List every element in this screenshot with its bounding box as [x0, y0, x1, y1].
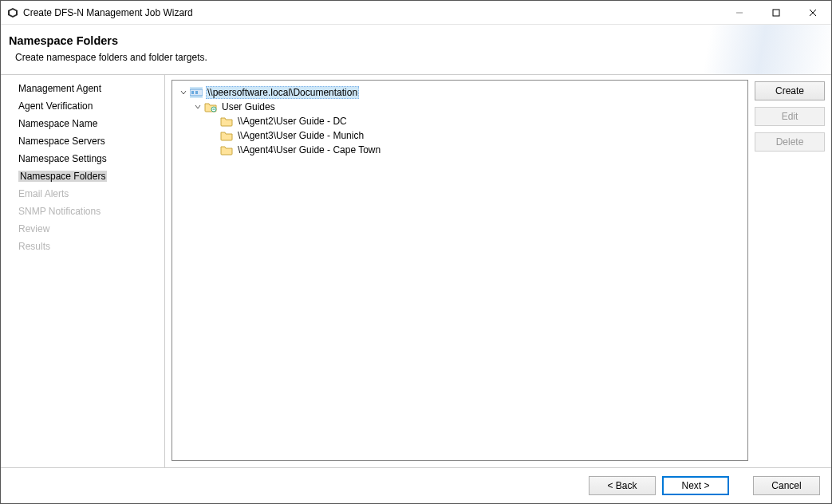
maximize-button[interactable] [758, 1, 795, 25]
tree-node-folder[interactable]: User Guides [175, 100, 744, 114]
wizard-window: Create DFS-N Management Job Wizard Names… [0, 0, 832, 504]
tree-node-label: \\Agent2\User Guide - DC [236, 116, 349, 127]
close-button[interactable] [795, 1, 831, 25]
tree-node-label: \\Agent3\User Guide - Munich [236, 130, 365, 141]
cancel-button[interactable]: Cancel [753, 476, 820, 495]
svg-rect-8 [195, 91, 198, 94]
tree-view[interactable]: \\peersoftware.local\Documentation [172, 80, 748, 461]
main-pane: \\peersoftware.local\Documentation [165, 75, 831, 467]
tree-node-target[interactable]: \\Agent2\User Guide - DC [175, 114, 744, 128]
sidebar-item-snmp-notifications: SNMP Notifications [1, 203, 164, 220]
svg-rect-3 [773, 10, 779, 16]
tree-node-label: User Guides [220, 101, 277, 112]
window-title: Create DFS-N Management Job Wizard [23, 7, 721, 18]
edit-button: Edit [755, 107, 825, 126]
sidebar-item-namespace-folders[interactable]: Namespace Folders [1, 167, 164, 185]
sidebar-item-namespace-servers[interactable]: Namespace Servers [1, 132, 164, 150]
create-button[interactable]: Create [755, 81, 825, 100]
titlebar: Create DFS-N Management Job Wizard [1, 1, 831, 25]
namespace-icon [190, 87, 203, 98]
body: Management Agent Agent Verification Name… [1, 75, 831, 467]
sidebar-item-results: Results [1, 238, 164, 255]
back-button[interactable]: < Back [589, 476, 656, 495]
folder-icon [220, 144, 233, 156]
actions-column: Create Edit Delete [755, 80, 825, 461]
app-icon [7, 7, 18, 18]
page-subtitle: Create namespace folders and folder targ… [15, 52, 823, 63]
sidebar-item-management-agent[interactable]: Management Agent [1, 80, 164, 97]
header: Namespace Folders Create namespace folde… [1, 25, 831, 75]
sidebar-item-email-alerts: Email Alerts [1, 185, 164, 203]
chevron-down-icon[interactable] [179, 88, 188, 97]
page-title: Namespace Folders [9, 34, 823, 47]
sidebar: Management Agent Agent Verification Name… [1, 75, 165, 467]
delete-button: Delete [755, 132, 825, 152]
sidebar-item-namespace-name[interactable]: Namespace Name [1, 115, 164, 132]
svg-rect-7 [191, 91, 194, 94]
tree-node-label: \\peersoftware.local\Documentation [206, 86, 359, 99]
tree-node-root[interactable]: \\peersoftware.local\Documentation [175, 85, 744, 100]
sidebar-item-namespace-settings[interactable]: Namespace Settings [1, 150, 164, 167]
folder-link-icon [204, 101, 217, 112]
sidebar-item-agent-verification[interactable]: Agent Verification [1, 97, 164, 115]
sidebar-item-review: Review [1, 220, 164, 238]
minimize-button[interactable] [721, 1, 758, 25]
window-controls [721, 1, 831, 24]
chevron-down-icon[interactable] [193, 102, 203, 112]
tree-node-target[interactable]: \\Agent3\User Guide - Munich [175, 128, 744, 143]
tree-node-label: \\Agent4\User Guide - Cape Town [236, 144, 382, 156]
folder-icon [220, 116, 233, 127]
folder-icon [220, 130, 233, 141]
next-button[interactable]: Next > [662, 476, 729, 495]
tree-node-target[interactable]: \\Agent4\User Guide - Cape Town [175, 143, 744, 157]
footer: < Back Next > Cancel [1, 467, 831, 503]
